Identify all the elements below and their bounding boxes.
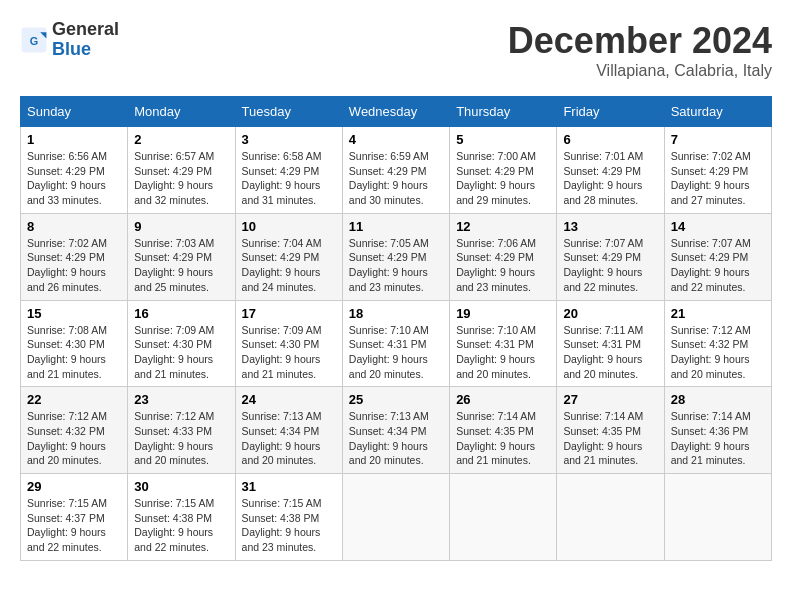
day-info: Sunrise: 7:15 AMSunset: 4:38 PMDaylight:…	[242, 496, 336, 555]
table-row: 13Sunrise: 7:07 AMSunset: 4:29 PMDayligh…	[557, 213, 664, 300]
day-info: Sunrise: 7:07 AMSunset: 4:29 PMDaylight:…	[671, 236, 765, 295]
col-saturday: Saturday	[664, 97, 771, 127]
day-info: Sunrise: 7:06 AMSunset: 4:29 PMDaylight:…	[456, 236, 550, 295]
table-row: 22Sunrise: 7:12 AMSunset: 4:32 PMDayligh…	[21, 387, 128, 474]
day-number: 24	[242, 392, 336, 407]
page-header: G General Blue December 2024 Villapiana,…	[20, 20, 772, 80]
day-number: 25	[349, 392, 443, 407]
day-info: Sunrise: 7:14 AMSunset: 4:35 PMDaylight:…	[456, 409, 550, 468]
day-number: 8	[27, 219, 121, 234]
table-row: 28Sunrise: 7:14 AMSunset: 4:36 PMDayligh…	[664, 387, 771, 474]
day-number: 2	[134, 132, 228, 147]
day-number: 18	[349, 306, 443, 321]
day-number: 26	[456, 392, 550, 407]
day-info: Sunrise: 7:01 AMSunset: 4:29 PMDaylight:…	[563, 149, 657, 208]
calendar-week-row: 8Sunrise: 7:02 AMSunset: 4:29 PMDaylight…	[21, 213, 772, 300]
table-row: 23Sunrise: 7:12 AMSunset: 4:33 PMDayligh…	[128, 387, 235, 474]
day-info: Sunrise: 7:11 AMSunset: 4:31 PMDaylight:…	[563, 323, 657, 382]
table-row: 3Sunrise: 6:58 AMSunset: 4:29 PMDaylight…	[235, 127, 342, 214]
day-number: 16	[134, 306, 228, 321]
day-number: 5	[456, 132, 550, 147]
table-row: 6Sunrise: 7:01 AMSunset: 4:29 PMDaylight…	[557, 127, 664, 214]
table-row	[557, 474, 664, 561]
day-number: 27	[563, 392, 657, 407]
col-thursday: Thursday	[450, 97, 557, 127]
table-row: 17Sunrise: 7:09 AMSunset: 4:30 PMDayligh…	[235, 300, 342, 387]
day-number: 28	[671, 392, 765, 407]
day-number: 1	[27, 132, 121, 147]
calendar-table: Sunday Monday Tuesday Wednesday Thursday…	[20, 96, 772, 561]
day-info: Sunrise: 6:59 AMSunset: 4:29 PMDaylight:…	[349, 149, 443, 208]
table-row: 25Sunrise: 7:13 AMSunset: 4:34 PMDayligh…	[342, 387, 449, 474]
day-info: Sunrise: 7:13 AMSunset: 4:34 PMDaylight:…	[349, 409, 443, 468]
day-number: 15	[27, 306, 121, 321]
day-info: Sunrise: 7:15 AMSunset: 4:37 PMDaylight:…	[27, 496, 121, 555]
table-row: 7Sunrise: 7:02 AMSunset: 4:29 PMDaylight…	[664, 127, 771, 214]
day-number: 9	[134, 219, 228, 234]
table-row: 9Sunrise: 7:03 AMSunset: 4:29 PMDaylight…	[128, 213, 235, 300]
calendar-week-row: 29Sunrise: 7:15 AMSunset: 4:37 PMDayligh…	[21, 474, 772, 561]
table-row: 31Sunrise: 7:15 AMSunset: 4:38 PMDayligh…	[235, 474, 342, 561]
table-row: 26Sunrise: 7:14 AMSunset: 4:35 PMDayligh…	[450, 387, 557, 474]
day-info: Sunrise: 7:12 AMSunset: 4:32 PMDaylight:…	[27, 409, 121, 468]
table-row: 29Sunrise: 7:15 AMSunset: 4:37 PMDayligh…	[21, 474, 128, 561]
table-row: 14Sunrise: 7:07 AMSunset: 4:29 PMDayligh…	[664, 213, 771, 300]
day-info: Sunrise: 6:58 AMSunset: 4:29 PMDaylight:…	[242, 149, 336, 208]
day-number: 3	[242, 132, 336, 147]
day-number: 7	[671, 132, 765, 147]
day-number: 20	[563, 306, 657, 321]
day-number: 29	[27, 479, 121, 494]
day-info: Sunrise: 7:12 AMSunset: 4:32 PMDaylight:…	[671, 323, 765, 382]
day-info: Sunrise: 7:07 AMSunset: 4:29 PMDaylight:…	[563, 236, 657, 295]
day-number: 22	[27, 392, 121, 407]
calendar-week-row: 15Sunrise: 7:08 AMSunset: 4:30 PMDayligh…	[21, 300, 772, 387]
day-number: 30	[134, 479, 228, 494]
day-info: Sunrise: 7:09 AMSunset: 4:30 PMDaylight:…	[242, 323, 336, 382]
table-row: 21Sunrise: 7:12 AMSunset: 4:32 PMDayligh…	[664, 300, 771, 387]
col-tuesday: Tuesday	[235, 97, 342, 127]
table-row: 5Sunrise: 7:00 AMSunset: 4:29 PMDaylight…	[450, 127, 557, 214]
logo-general-text: General	[52, 19, 119, 39]
day-info: Sunrise: 7:03 AMSunset: 4:29 PMDaylight:…	[134, 236, 228, 295]
svg-text:G: G	[30, 34, 38, 46]
title-block: December 2024 Villapiana, Calabria, Ital…	[508, 20, 772, 80]
day-number: 23	[134, 392, 228, 407]
day-info: Sunrise: 7:08 AMSunset: 4:30 PMDaylight:…	[27, 323, 121, 382]
day-info: Sunrise: 7:10 AMSunset: 4:31 PMDaylight:…	[349, 323, 443, 382]
col-friday: Friday	[557, 97, 664, 127]
day-number: 13	[563, 219, 657, 234]
location-subtitle: Villapiana, Calabria, Italy	[508, 62, 772, 80]
day-info: Sunrise: 7:02 AMSunset: 4:29 PMDaylight:…	[671, 149, 765, 208]
day-number: 19	[456, 306, 550, 321]
table-row: 10Sunrise: 7:04 AMSunset: 4:29 PMDayligh…	[235, 213, 342, 300]
calendar-week-row: 1Sunrise: 6:56 AMSunset: 4:29 PMDaylight…	[21, 127, 772, 214]
day-info: Sunrise: 7:14 AMSunset: 4:35 PMDaylight:…	[563, 409, 657, 468]
day-info: Sunrise: 6:56 AMSunset: 4:29 PMDaylight:…	[27, 149, 121, 208]
day-number: 11	[349, 219, 443, 234]
day-number: 12	[456, 219, 550, 234]
table-row: 30Sunrise: 7:15 AMSunset: 4:38 PMDayligh…	[128, 474, 235, 561]
day-number: 4	[349, 132, 443, 147]
calendar-week-row: 22Sunrise: 7:12 AMSunset: 4:32 PMDayligh…	[21, 387, 772, 474]
table-row: 15Sunrise: 7:08 AMSunset: 4:30 PMDayligh…	[21, 300, 128, 387]
day-number: 14	[671, 219, 765, 234]
table-row: 18Sunrise: 7:10 AMSunset: 4:31 PMDayligh…	[342, 300, 449, 387]
day-number: 10	[242, 219, 336, 234]
table-row: 27Sunrise: 7:14 AMSunset: 4:35 PMDayligh…	[557, 387, 664, 474]
logo-icon: G	[20, 26, 48, 54]
table-row: 16Sunrise: 7:09 AMSunset: 4:30 PMDayligh…	[128, 300, 235, 387]
table-row: 8Sunrise: 7:02 AMSunset: 4:29 PMDaylight…	[21, 213, 128, 300]
day-info: Sunrise: 6:57 AMSunset: 4:29 PMDaylight:…	[134, 149, 228, 208]
day-info: Sunrise: 7:09 AMSunset: 4:30 PMDaylight:…	[134, 323, 228, 382]
table-row: 2Sunrise: 6:57 AMSunset: 4:29 PMDaylight…	[128, 127, 235, 214]
col-sunday: Sunday	[21, 97, 128, 127]
day-number: 17	[242, 306, 336, 321]
table-row	[664, 474, 771, 561]
day-number: 31	[242, 479, 336, 494]
day-info: Sunrise: 7:15 AMSunset: 4:38 PMDaylight:…	[134, 496, 228, 555]
day-info: Sunrise: 7:12 AMSunset: 4:33 PMDaylight:…	[134, 409, 228, 468]
table-row: 4Sunrise: 6:59 AMSunset: 4:29 PMDaylight…	[342, 127, 449, 214]
month-title: December 2024	[508, 20, 772, 62]
col-monday: Monday	[128, 97, 235, 127]
day-info: Sunrise: 7:05 AMSunset: 4:29 PMDaylight:…	[349, 236, 443, 295]
